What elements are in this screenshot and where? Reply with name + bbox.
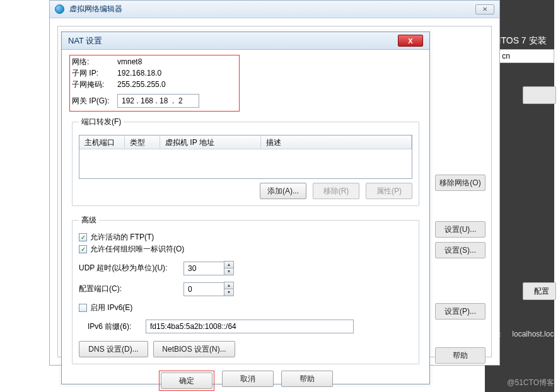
- parent-title-text: 虚拟网络编辑器: [69, 4, 475, 14]
- globe-icon: [55, 4, 64, 14]
- dialog-body: 网络: vmnet8 子网 IP: 192.168.18.0 子网掩码: 255…: [62, 50, 429, 392]
- ipv6-checkbox-row[interactable]: ✓ 启用 IPv6(E): [79, 303, 412, 313]
- pf-props-button: 属性(P): [366, 183, 412, 199]
- org-checkbox-label: 允许任何组织唯一标识符(O): [90, 244, 184, 255]
- close-icon: ✕: [482, 6, 487, 13]
- gateway-label: 网关 IP(G):: [72, 96, 117, 107]
- settings-u-button[interactable]: 设置(U)...: [435, 221, 485, 238]
- dns-settings-button[interactable]: DNS 设置(D)...: [79, 341, 148, 357]
- pf-remove-button: 移除(R): [313, 183, 359, 199]
- subnet-ip-row: 子网 IP: 192.168.18.0: [72, 67, 419, 79]
- netbios-settings-button[interactable]: NetBIOS 设置(N)...: [153, 341, 235, 357]
- cancel-button[interactable]: 取消: [222, 371, 274, 387]
- network-label: 网络:: [72, 57, 117, 67]
- ipv6-prefix-input[interactable]: [146, 320, 354, 333]
- highlight-box-2: 确定: [159, 371, 214, 391]
- udp-timeout-label: UDP 超时(以秒为单位)(U):: [79, 263, 180, 274]
- udp-timeout-stepper[interactable]: ▲ ▼: [183, 261, 234, 275]
- port-forward-fieldset: 端口转发(F) 主机端口 类型 虚拟机 IP 地址 描述 添加(A)... 移除…: [72, 117, 419, 206]
- port-forward-buttons: 添加(A)... 移除(R) 属性(P): [79, 183, 412, 199]
- config-port-stepper[interactable]: ▲ ▼: [183, 282, 234, 296]
- settings-p-button[interactable]: 设置(P)...: [435, 303, 485, 320]
- subnet-mask-row: 子网掩码: 255.255.255.0: [72, 79, 419, 90]
- advanced-legend: 高级: [79, 215, 99, 226]
- subnet-ip-label: 子网 IP:: [72, 68, 117, 79]
- parent-close-button[interactable]: ✕: [475, 4, 494, 14]
- dialog-titlebar: NAT 设置 X: [62, 32, 429, 50]
- spin-down-icon[interactable]: ▼: [224, 289, 234, 296]
- parent-titlebar: 虚拟网络编辑器 ✕: [50, 1, 499, 18]
- config-port-row: 配置端口(C): ▲ ▼: [79, 282, 412, 296]
- subnet-ip-value: 192.168.18.0: [117, 69, 161, 78]
- ok-button[interactable]: 确定: [161, 372, 212, 389]
- col-type: 类型: [125, 135, 160, 149]
- spin-up-icon[interactable]: ▲: [224, 282, 234, 289]
- udp-timeout-input[interactable]: [183, 262, 224, 275]
- checkbox-icon[interactable]: ✓: [79, 233, 87, 241]
- col-vm-ip: 虚拟机 IP 地址: [160, 135, 261, 149]
- config-button[interactable]: 配置: [523, 282, 556, 300]
- ftp-checkbox-label: 允许活动的 FTP(T): [90, 232, 154, 243]
- checkbox-icon[interactable]: ✓: [79, 245, 87, 253]
- col-desc: 描述: [261, 135, 412, 149]
- advanced-fieldset: 高级 ✓ 允许活动的 FTP(T) ✓ 允许任何组织唯一标识符(O) UDP 超…: [72, 215, 419, 364]
- udp-timeout-row: UDP 超时(以秒为单位)(U): ▲ ▼: [79, 261, 412, 275]
- checkbox-icon[interactable]: ✓: [79, 304, 87, 312]
- gateway-row: 网关 IP(G):: [72, 94, 419, 108]
- close-icon: X: [408, 37, 412, 45]
- col-host-port: 主机端口: [79, 135, 125, 149]
- watermark: @51CTO博客: [507, 378, 554, 388]
- org-checkbox-row[interactable]: ✓ 允许任何组织唯一标识符(O): [79, 244, 412, 255]
- lang-code: cn: [502, 52, 510, 61]
- ipv6-checkbox-label: 启用 IPv6(E): [90, 303, 132, 313]
- hostname-value: localhost.loc: [512, 330, 554, 338]
- parent-help-button[interactable]: 帮助: [435, 347, 485, 364]
- gateway-input[interactable]: [117, 94, 199, 108]
- network-row: 网络: vmnet8: [72, 56, 419, 67]
- dialog-footer: 确定 取消 帮助: [72, 371, 419, 391]
- advanced-buttons: DNS 设置(D)... NetBIOS 设置(N)...: [79, 341, 412, 357]
- ftp-checkbox-row[interactable]: ✓ 允许活动的 FTP(T): [79, 232, 412, 243]
- config-port-label: 配置端口(C):: [79, 284, 180, 294]
- pf-add-button[interactable]: 添加(A)...: [260, 183, 306, 199]
- ipv6-prefix-row: IPv6 前缀(6):: [88, 320, 412, 333]
- subnet-mask-value: 255.255.255.0: [117, 80, 166, 89]
- remove-network-button[interactable]: 移除网络(O): [435, 175, 485, 191]
- port-forward-legend: 端口转发(F): [79, 117, 124, 127]
- network-value: vmnet8: [117, 57, 142, 66]
- help-button[interactable]: 帮助: [281, 371, 333, 387]
- settings-s-button[interactable]: 设置(S)...: [435, 242, 485, 258]
- spin-up-icon[interactable]: ▲: [224, 261, 234, 268]
- ipv6-prefix-label: IPv6 前缀(6):: [88, 321, 142, 332]
- dialog-title-text: NAT 设置: [68, 35, 398, 47]
- bg-btn-generic[interactable]: [523, 86, 556, 104]
- spin-down-icon[interactable]: ▼: [224, 268, 234, 275]
- config-port-input[interactable]: [183, 282, 224, 296]
- port-forward-list[interactable]: 主机端口 类型 虚拟机 IP 地址 描述: [79, 135, 412, 179]
- list-header: 主机端口 类型 虚拟机 IP 地址 描述: [79, 135, 412, 149]
- subnet-mask-label: 子网掩码:: [72, 79, 117, 90]
- nat-settings-dialog: NAT 设置 X 网络: vmnet8 子网 IP: 192.168.18.0 …: [61, 32, 430, 384]
- dialog-close-button[interactable]: X: [398, 35, 423, 47]
